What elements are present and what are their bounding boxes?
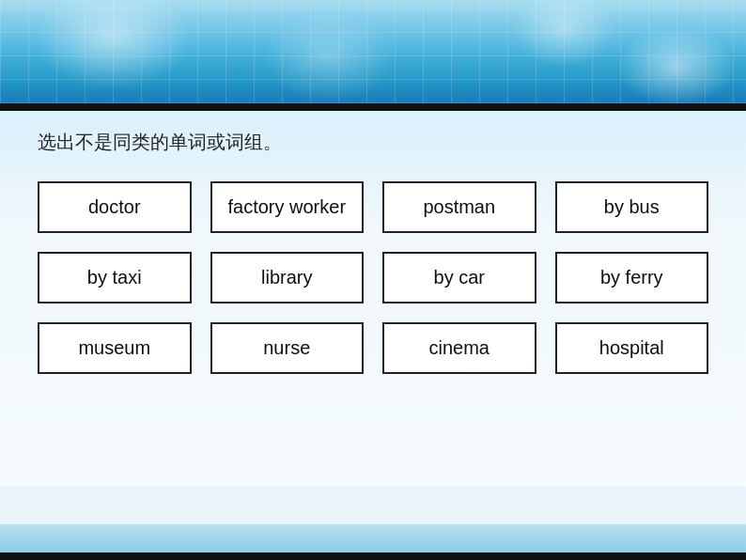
word-card-factory-worker[interactable]: factory worker xyxy=(210,181,365,233)
word-card-by-ferry[interactable]: by ferry xyxy=(555,252,709,303)
word-card-nurse[interactable]: nurse xyxy=(210,322,365,374)
word-card-museum[interactable]: museum xyxy=(38,322,192,374)
word-card-hospital[interactable]: hospital xyxy=(555,322,709,374)
bottom-black-bar xyxy=(0,552,746,560)
word-card-postman[interactable]: postman xyxy=(382,181,536,233)
instruction-text: 选出不是同类的单词或词组。 xyxy=(38,130,708,155)
top-black-bar xyxy=(0,103,746,111)
word-card-library[interactable]: library xyxy=(210,252,365,303)
top-banner xyxy=(0,0,746,103)
word-grid: doctorfactory workerpostmanby busby taxi… xyxy=(38,181,708,374)
word-card-doctor[interactable]: doctor xyxy=(38,181,192,233)
word-card-cinema[interactable]: cinema xyxy=(382,322,536,374)
word-card-by-bus[interactable]: by bus xyxy=(555,181,709,233)
bottom-band xyxy=(0,524,746,552)
word-card-by-car[interactable]: by car xyxy=(382,252,536,303)
word-card-by-taxi[interactable]: by taxi xyxy=(38,252,192,303)
main-content: 选出不是同类的单词或词组。 doctorfactory workerpostma… xyxy=(0,111,746,487)
